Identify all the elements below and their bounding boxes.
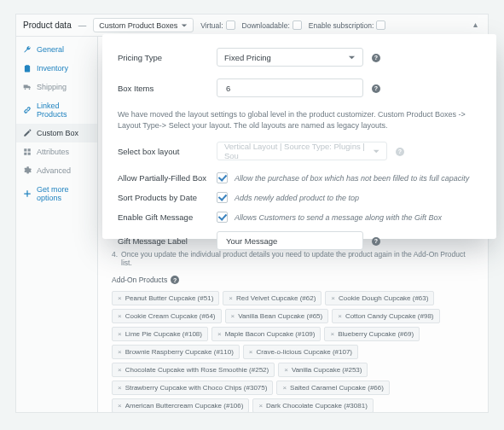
pricing-help[interactable]: ? [372,52,380,62]
addon-product-name: Vanilla Cupcake (#253) [292,366,362,374]
virtual-label: Virtual: [200,21,223,30]
addon-product-name: Peanut Butter Cupcake (#51) [125,294,214,302]
addon-product-tag[interactable]: ×Brownie Raspberry Cupcake (#110) [112,345,240,359]
tab-advanced[interactable]: Advanced [16,161,97,180]
virtual-checkbox[interactable] [226,20,235,30]
addon-product-name: Brownie Raspberry Cupcake (#110) [125,348,234,356]
remove-tag-icon[interactable]: × [258,402,263,410]
remove-tag-icon[interactable]: × [231,312,235,320]
help-icon[interactable]: ? [171,276,179,284]
downloadable-toggle[interactable]: Downloadable: [242,20,302,30]
tab-general[interactable]: General [16,40,97,59]
remove-tag-icon[interactable]: × [118,312,122,320]
downloadable-label: Downloadable: [242,21,290,30]
remove-tag-icon[interactable]: × [118,366,122,374]
addon-product-tag[interactable]: ×Blueberry Cupcake (#69) [324,327,420,341]
pricing-type-label: Pricing Type [118,53,217,62]
tab-label: Get more options [37,185,90,202]
gift-desc: Allows Customers to send a message along… [235,213,442,222]
tiles-icon [23,148,32,156]
virtual-toggle[interactable]: Virtual: [200,20,235,30]
addon-product-tag[interactable]: ×Dark Chocolate Cupcake (#3081) [252,398,373,412]
tab-linked-products[interactable]: Linked Products [16,96,97,124]
addon-product-name: Salted Caramel Cupcake (#66) [290,384,384,392]
sort-checkbox[interactable] [217,192,228,203]
tab-label: Advanced [37,166,71,175]
box-items-field[interactable] [217,78,363,97]
remove-tag-icon[interactable]: × [118,348,122,356]
addon-product-name: Vanilla Bean Cupcake (#65) [238,312,322,320]
truck-icon [23,83,32,91]
addon-product-tag[interactable]: ×Salted Caramel Cupcake (#66) [276,381,390,395]
panel-collapse-toggle[interactable]: ▴ [469,20,481,32]
clipboard-icon [23,64,32,73]
tab-custom-box[interactable]: Custom Box [16,124,97,142]
gift-message-input[interactable] [224,235,356,247]
addon-product-tag[interactable]: ×Cookie Cream Cupcake (#64) [112,309,222,323]
note-index: 4. [112,250,118,267]
tab-label: General [37,45,64,54]
remove-tag-icon[interactable]: × [330,330,334,338]
layout-label: Select box layout [118,147,217,156]
remove-tag-icon[interactable]: × [118,402,122,410]
addon-product-tag[interactable]: ×Maple Bacon Cupcake (#109) [211,327,322,341]
items-help[interactable]: ? [372,83,380,93]
gift-message-label: Gift Message Label [118,236,217,246]
remove-tag-icon[interactable]: × [338,312,342,320]
gift-message-help[interactable]: ? [372,235,380,246]
remove-tag-icon[interactable]: × [118,330,122,338]
remove-tag-icon[interactable]: × [217,330,222,338]
layout-select: Vertical Layout | Source Type: Plugins |… [217,142,387,160]
gift-label: Enable Gift Message [118,212,217,222]
tab-get-more[interactable]: Get more options [16,180,97,207]
box-items-row: Box Items ? [118,78,479,97]
subscription-label: Enable subscription: [309,21,374,30]
addon-product-tag[interactable]: ×Vanilla Bean Cupcake (#65) [225,309,329,323]
layout-row: Select box layout Vertical Layout | Sour… [118,142,479,160]
tab-attributes[interactable]: Attributes [16,142,97,161]
downloadable-checkbox[interactable] [293,20,302,30]
layout-help: ? [396,146,404,156]
pricing-type-select[interactable]: Fixed Pricing [217,48,363,67]
addon-product-tag[interactable]: ×Red Velvet Cupcake (#62) [223,291,322,305]
gift-checkbox[interactable] [217,212,228,223]
layout-info-text: We have moved the layout settings to glo… [118,109,479,131]
partial-checkbox[interactable] [217,172,228,183]
remove-tag-icon[interactable]: × [331,294,335,302]
gear-icon [23,166,32,175]
tab-shipping[interactable]: Shipping [16,78,97,96]
remove-tag-icon[interactable]: × [284,366,288,374]
tab-label: Shipping [37,83,67,91]
addon-product-tag[interactable]: ×Peanut Butter Cupcake (#51) [112,291,219,305]
addon-product-tag[interactable]: ×Strawberry Cupcake with Choco Chips (#3… [112,381,273,395]
remove-tag-icon[interactable]: × [118,384,122,392]
subscription-toggle[interactable]: Enable subscription: [309,20,386,30]
sort-label: Sort Products by Date [118,193,217,202]
tab-label: Linked Products [37,102,90,119]
product-type-select[interactable]: Custom Product Boxes [93,18,194,32]
addon-products-list[interactable]: ×Peanut Butter Cupcake (#51)×Red Velvet … [112,291,474,412]
gift-message-field[interactable] [217,231,363,250]
product-data-tabs: General Inventory Shipping Linked Produc… [16,37,98,412]
remove-tag-icon[interactable]: × [282,384,287,392]
tab-label: Inventory [37,64,68,73]
addon-product-tag[interactable]: ×American Buttercream Cupcake (#106) [112,398,249,412]
remove-tag-icon[interactable]: × [249,348,253,356]
chevron-down-icon [181,22,188,29]
addon-product-tag[interactable]: ×Lime Pie Cupcake (#108) [112,327,208,341]
sort-row: Sort Products by Date Adds newly added p… [118,192,479,203]
addon-product-tag[interactable]: ×Vanilla Cupcake (#253) [278,363,368,377]
remove-tag-icon[interactable]: × [118,294,122,302]
tab-inventory[interactable]: Inventory [16,59,97,78]
addon-product-name: Crave-o-licious Cupcake (#107) [257,348,353,356]
addon-product-tag[interactable]: ×Cookie Dough Cupcake (#63) [325,291,434,305]
addon-product-name: American Buttercream Cupcake (#106) [125,402,244,410]
addon-product-tag[interactable]: ×Chocolate Cupcake with Rose Smoothie (#… [112,363,275,377]
addon-product-name: Cookie Cream Cupcake (#64) [125,312,216,320]
addon-product-tag[interactable]: ×Crave-o-licious Cupcake (#107) [243,345,358,359]
remove-tag-icon[interactable]: × [229,294,233,302]
box-items-input[interactable] [224,83,356,94]
subscription-checkbox[interactable] [376,20,385,30]
addon-product-tag[interactable]: ×Cotton Candy Cupcake (#98) [332,309,439,323]
addon-product-name: Cookie Dough Cupcake (#63) [339,294,428,302]
